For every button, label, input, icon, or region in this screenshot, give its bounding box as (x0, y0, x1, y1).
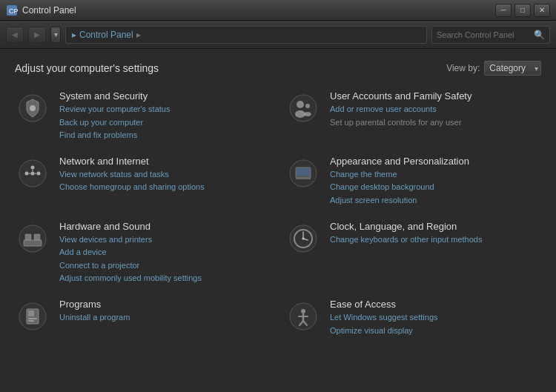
category-network: Network and Internet View network status… (15, 156, 271, 207)
svg-point-13 (31, 165, 35, 169)
view-devices-link[interactable]: View devices and printers (59, 233, 202, 247)
programs-links: Programs Uninstall a program (59, 299, 130, 325)
appearance-title[interactable]: Appearance and Personalization (330, 156, 469, 167)
desktop-background-link[interactable]: Change desktop background (330, 181, 469, 194)
svg-point-7 (305, 104, 310, 108)
change-keyboards-link[interactable]: Change keyboards or other input methods (330, 233, 482, 247)
svg-point-10 (31, 171, 35, 175)
maximize-button[interactable]: □ (514, 4, 531, 17)
breadcrumb-text[interactable]: Control Panel (79, 30, 133, 40)
system-security-title[interactable]: System and Security (59, 90, 170, 102)
hardware-icon (15, 221, 50, 256)
clock-links: Clock, Language, and Region Change keybo… (330, 221, 482, 247)
network-links: Network and Internet View network status… (59, 156, 205, 194)
optimize-display-link[interactable]: Optimize visual display (330, 325, 438, 338)
add-remove-accounts-link[interactable]: Add or remove user accounts (330, 103, 471, 116)
page-title: Adjust your computer's settings (15, 62, 159, 74)
change-theme-link[interactable]: Change the theme (330, 168, 469, 182)
search-icon: 🔍 (534, 30, 545, 40)
svg-point-12 (37, 171, 41, 175)
ease-of-access-links: Ease of Access Let Windows suggest setti… (330, 299, 438, 337)
back-button[interactable]: ◀ (6, 27, 24, 43)
ease-of-access-icon (285, 299, 321, 334)
find-fix-problems-link[interactable]: Find and fix problems (59, 129, 170, 142)
view-by-label: View by: (446, 63, 480, 73)
hardware-title[interactable]: Hardware and Sound (59, 221, 202, 232)
breadcrumb-sep: ▸ (72, 30, 76, 40)
toolbar: ◀ ▶ ▾ ▸ Control Panel ▸ 🔍 (0, 21, 556, 49)
svg-rect-23 (25, 234, 31, 240)
user-accounts-icon (285, 90, 321, 126)
svg-point-3 (30, 105, 36, 111)
view-by-dropdown-wrap: Category (484, 61, 541, 76)
title-bar-left: CP Control Panel (6, 4, 76, 16)
programs-title[interactable]: Programs (59, 299, 130, 310)
category-programs: Programs Uninstall a program (15, 299, 271, 337)
window-controls: ─ □ ✕ (495, 4, 550, 17)
window-title: Control Panel (22, 5, 76, 16)
svg-point-21 (19, 225, 46, 252)
hardware-links: Hardware and Sound View devices and prin… (59, 221, 202, 285)
connect-projector-link[interactable]: Connect to a projector (59, 259, 202, 273)
programs-icon (15, 299, 50, 334)
close-button[interactable]: ✕ (534, 4, 550, 17)
svg-point-8 (304, 112, 311, 116)
breadcrumb-trailing-sep: ▸ (136, 30, 141, 40)
appearance-links: Appearance and Personalization Change th… (330, 156, 469, 207)
uninstall-program-link[interactable]: Uninstall a program (59, 311, 130, 325)
svg-point-29 (302, 237, 305, 239)
parental-controls-link[interactable]: Set up parental controls for any user (330, 116, 471, 130)
forward-button[interactable]: ▶ (28, 27, 46, 43)
view-by-control: View by: Category (446, 61, 541, 76)
search-box: 🔍 (431, 26, 550, 44)
homegroup-link[interactable]: Choose homegroup and sharing options (59, 181, 205, 194)
user-accounts-title[interactable]: User Accounts and Family Safety (330, 90, 471, 102)
ease-of-access-title[interactable]: Ease of Access (330, 299, 438, 310)
network-title[interactable]: Network and Internet (59, 156, 205, 167)
content-header: Adjust your computer's settings View by:… (15, 61, 541, 76)
app-icon: CP (6, 4, 18, 16)
clock-title[interactable]: Clock, Language, and Region (330, 221, 482, 232)
svg-point-6 (295, 110, 305, 118)
system-security-links: System and Security Review your computer… (59, 90, 170, 142)
category-system-security: System and Security Review your computer… (15, 90, 271, 142)
svg-rect-34 (28, 320, 34, 322)
svg-point-11 (25, 171, 29, 175)
windows-suggest-link[interactable]: Let Windows suggest settings (330, 311, 438, 325)
dropdown-arrow-button[interactable]: ▾ (50, 27, 61, 43)
svg-point-5 (297, 101, 304, 108)
svg-rect-20 (296, 178, 311, 179)
appearance-icon (285, 156, 321, 191)
categories-grid: System and Security Review your computer… (15, 90, 541, 351)
category-clock: Clock, Language, and Region Change keybo… (285, 221, 541, 285)
system-security-icon (15, 90, 50, 126)
svg-rect-32 (28, 310, 34, 316)
svg-rect-22 (24, 240, 42, 246)
review-computer-link[interactable]: Review your computer's status (59, 103, 170, 116)
category-hardware: Hardware and Sound View devices and prin… (15, 221, 271, 285)
svg-rect-19 (297, 168, 310, 176)
view-network-link[interactable]: View network status and tasks (59, 168, 205, 182)
category-user-accounts: User Accounts and Family Safety Add or r… (285, 90, 541, 142)
svg-text:CP: CP (9, 7, 18, 15)
backup-computer-link[interactable]: Back up your computer (59, 116, 170, 130)
main-content: Adjust your computer's settings View by:… (0, 49, 556, 392)
minimize-button[interactable]: ─ (495, 4, 512, 17)
user-accounts-links: User Accounts and Family Safety Add or r… (330, 90, 471, 129)
svg-point-4 (290, 95, 317, 122)
svg-rect-24 (34, 234, 40, 240)
search-input[interactable] (437, 30, 531, 39)
svg-rect-33 (28, 318, 37, 319)
title-bar: CP Control Panel ─ □ ✕ (0, 0, 556, 21)
breadcrumb: ▸ Control Panel ▸ (65, 26, 427, 44)
category-appearance: Appearance and Personalization Change th… (285, 156, 541, 207)
category-ease-of-access: Ease of Access Let Windows suggest setti… (285, 299, 541, 337)
mobility-settings-link[interactable]: Adjust commonly used mobility settings (59, 272, 202, 285)
screen-resolution-link[interactable]: Adjust screen resolution (330, 194, 469, 207)
view-by-dropdown[interactable]: Category (484, 61, 541, 76)
add-device-link[interactable]: Add a device (59, 246, 202, 259)
clock-icon (285, 221, 321, 256)
network-icon (15, 156, 50, 191)
